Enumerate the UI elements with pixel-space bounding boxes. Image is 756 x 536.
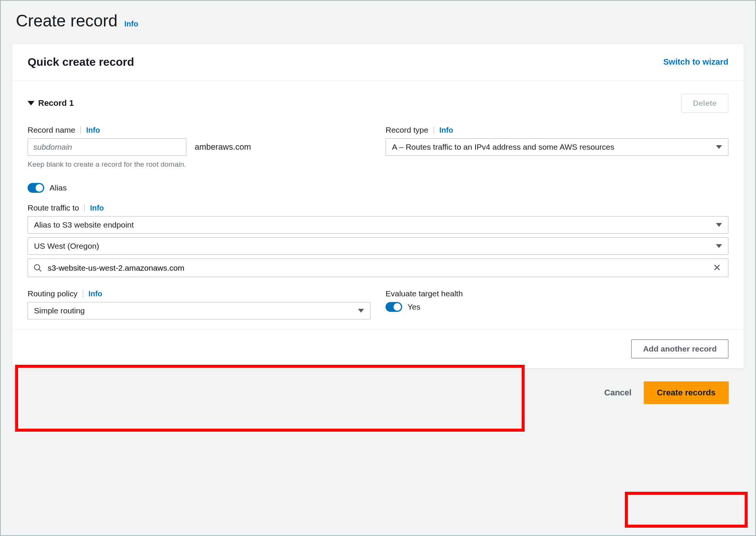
route-traffic-group: Route traffic to Info Alias to S3 websit… [28, 203, 728, 277]
page-title: Create record [16, 11, 118, 30]
svg-point-0 [34, 265, 40, 270]
routing-policy-label: Routing policy [28, 289, 77, 298]
evaluate-health-value: Yes [407, 302, 420, 311]
quick-create-panel: Quick create record Switch to wizard Rec… [12, 44, 744, 369]
label-separator [84, 204, 85, 212]
caret-down-icon [28, 101, 34, 105]
record-type-group: Record type Info A – Routes traffic to a… [386, 125, 728, 169]
region-value: US West (Oregon) [34, 242, 99, 251]
record-type-info-link[interactable]: Info [439, 126, 453, 135]
record-name-group: Record name Info amberaws.com Keep blank… [28, 125, 370, 169]
label-separator [83, 290, 83, 297]
evaluate-health-toggle[interactable] [386, 302, 402, 312]
create-records-button[interactable]: Create records [644, 381, 729, 404]
record-title: Record 1 [38, 98, 74, 108]
routing-policy-info-link[interactable]: Info [88, 290, 102, 298]
highlight-annotation [625, 492, 748, 528]
route-traffic-label: Route traffic to [28, 203, 79, 212]
region-select[interactable]: US West (Oregon) [28, 237, 728, 255]
label-separator [81, 126, 81, 134]
evaluate-health-group: Evaluate target health Yes [386, 289, 728, 319]
svg-line-1 [39, 269, 42, 271]
panel-body: Record 1 Delete Record name Info amberaw… [12, 81, 744, 329]
page-title-row: Create record Info [12, 11, 744, 30]
routing-row: Routing policy Info Simple routing Evalu… [28, 289, 728, 325]
page-info-link[interactable]: Info [124, 20, 138, 28]
record-name-info-link[interactable]: Info [86, 126, 100, 135]
record-form-grid: Record name Info amberaws.com Keep blank… [28, 125, 728, 325]
record-name-input[interactable] [28, 138, 186, 156]
alias-target-select[interactable]: Alias to S3 website endpoint [28, 216, 728, 234]
switch-to-wizard-link[interactable]: Switch to wizard [663, 57, 728, 67]
alias-target-value: Alias to S3 website endpoint [34, 220, 134, 229]
record-header: Record 1 Delete [28, 94, 728, 113]
chevron-down-icon [358, 309, 364, 313]
endpoint-search-select[interactable]: ✕ [28, 259, 728, 277]
add-another-record-button[interactable]: Add another record [631, 339, 728, 358]
record-collapse-toggle[interactable]: Record 1 [28, 98, 74, 108]
record-name-label: Record name [28, 125, 75, 135]
routing-policy-group: Routing policy Info Simple routing [28, 289, 370, 319]
record-type-label: Record type [386, 125, 428, 135]
cancel-button[interactable]: Cancel [604, 388, 632, 398]
page-actions: Cancel Create records [12, 378, 744, 404]
label-separator [434, 126, 434, 134]
routing-policy-value: Simple routing [34, 306, 85, 315]
record-name-help: Keep blank to create a record for the ro… [28, 160, 370, 169]
chevron-down-icon [716, 145, 722, 149]
record-type-select[interactable]: A – Routes traffic to an IPv4 address an… [386, 138, 728, 156]
chevron-down-icon [716, 244, 722, 248]
alias-label: Alias [50, 183, 67, 192]
panel-heading: Quick create record [28, 56, 134, 68]
route-traffic-info-link[interactable]: Info [90, 204, 104, 212]
domain-suffix: amberaws.com [195, 142, 251, 152]
panel-header: Quick create record Switch to wizard [12, 44, 744, 81]
routing-policy-select[interactable]: Simple routing [28, 302, 370, 319]
clear-icon[interactable]: ✕ [711, 262, 723, 274]
endpoint-input[interactable] [48, 263, 706, 273]
record-type-value: A – Routes traffic to an IPv4 address an… [392, 143, 614, 152]
evaluate-health-label: Evaluate target health [386, 289, 463, 298]
delete-button[interactable]: Delete [681, 94, 728, 113]
panel-footer: Add another record [12, 329, 744, 368]
alias-toggle[interactable] [28, 183, 44, 193]
search-icon [33, 263, 42, 273]
chevron-down-icon [716, 223, 722, 227]
alias-toggle-group: Alias [28, 175, 728, 203]
